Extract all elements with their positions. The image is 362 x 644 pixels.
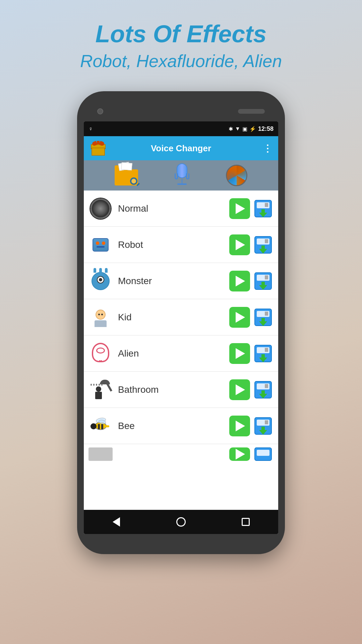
play-normal-button[interactable] bbox=[229, 198, 250, 219]
play-triangle-partial-icon bbox=[236, 449, 245, 460]
navigation-bar bbox=[84, 510, 278, 534]
play-triangle-icon bbox=[236, 384, 245, 395]
floppy-disk-icon bbox=[254, 345, 272, 362]
play-robot-button[interactable] bbox=[229, 234, 250, 255]
play-bee-button[interactable] bbox=[229, 416, 250, 436]
phone-speaker bbox=[238, 109, 265, 114]
play-triangle-icon bbox=[236, 312, 245, 323]
home-circle-icon bbox=[176, 517, 186, 527]
front-camera bbox=[97, 108, 103, 114]
status-bar: ♀ ✱ ▼ ▣ ⚡ 12:58 bbox=[84, 121, 278, 136]
bluetooth-icon: ✱ bbox=[229, 126, 233, 132]
normal-label: Normal bbox=[118, 203, 229, 214]
gift-icon bbox=[91, 141, 106, 156]
floppy-disk-icon bbox=[254, 309, 272, 326]
home-button[interactable] bbox=[171, 512, 191, 532]
play-triangle-icon bbox=[236, 348, 245, 359]
bee-label: Bee bbox=[118, 421, 229, 431]
play-bathroom-button[interactable] bbox=[229, 379, 250, 400]
menu-button[interactable]: ⋮ bbox=[263, 143, 273, 154]
save-bee-button[interactable] bbox=[253, 416, 274, 436]
microphone-button[interactable] bbox=[173, 163, 191, 187]
save-bathroom-button[interactable] bbox=[253, 379, 274, 400]
main-subtitle: Robot, Hexafluoride, Alien bbox=[80, 51, 282, 71]
wifi-icon: ▼ bbox=[235, 126, 240, 132]
header-section: Lots Of Effects Robot, Hexafluoride, Ali… bbox=[80, 20, 282, 71]
floppy-disk-icon bbox=[254, 200, 272, 217]
alien-icon bbox=[88, 341, 113, 366]
globe-icon bbox=[226, 165, 247, 186]
effect-item-bee[interactable]: Bee bbox=[84, 408, 278, 444]
recents-button[interactable] bbox=[236, 512, 256, 532]
app-bar: Voice Changer ⋮ bbox=[84, 136, 278, 160]
effect-item-bathroom[interactable]: Bathroom bbox=[84, 372, 278, 408]
effect-item-partial bbox=[84, 444, 278, 464]
signal-icon: ▣ bbox=[242, 126, 247, 132]
save-alien-button[interactable] bbox=[253, 343, 274, 364]
play-partial-button bbox=[229, 447, 250, 461]
monster-icon bbox=[88, 269, 113, 293]
save-robot-button[interactable] bbox=[253, 234, 274, 255]
status-time: 12:58 bbox=[258, 125, 274, 132]
app-logo bbox=[89, 139, 107, 157]
android-icon: ♀ bbox=[88, 125, 93, 132]
floppy-disk-icon bbox=[254, 381, 272, 398]
robot-label: Robot bbox=[118, 239, 229, 250]
play-triangle-icon bbox=[236, 276, 245, 286]
toolbar bbox=[84, 160, 278, 191]
play-alien-button[interactable] bbox=[229, 343, 250, 364]
save-monster-button[interactable] bbox=[253, 271, 274, 291]
back-arrow-icon bbox=[113, 517, 120, 527]
robot-icon bbox=[88, 233, 113, 257]
microphone-icon bbox=[173, 163, 191, 187]
bee-icon bbox=[88, 414, 113, 438]
app-title: Voice Changer bbox=[113, 143, 249, 154]
effect-item-monster[interactable]: Monster bbox=[84, 263, 278, 299]
effect-item-kid[interactable]: Kid bbox=[84, 299, 278, 335]
partial-icon bbox=[88, 447, 113, 461]
phone-screen: ♀ ✱ ▼ ▣ ⚡ 12:58 Voi bbox=[84, 121, 278, 534]
floppy-disk-partial-icon bbox=[254, 447, 272, 461]
status-right: ✱ ▼ ▣ ⚡ 12:58 bbox=[229, 125, 274, 132]
save-kid-button[interactable] bbox=[253, 307, 274, 328]
kid-label: Kid bbox=[118, 312, 229, 323]
phone-top-hardware bbox=[84, 101, 278, 121]
effect-item-robot[interactable]: Robot bbox=[84, 227, 278, 263]
kid-icon bbox=[88, 305, 113, 329]
bathroom-label: Bathroom bbox=[118, 384, 229, 395]
effect-list: Normal bbox=[84, 191, 278, 510]
status-left: ♀ bbox=[88, 125, 93, 132]
globe-button[interactable] bbox=[226, 165, 247, 186]
play-monster-button[interactable] bbox=[229, 271, 250, 291]
floppy-disk-icon bbox=[254, 236, 272, 254]
effect-item-alien[interactable]: Alien bbox=[84, 335, 278, 372]
save-normal-button[interactable] bbox=[253, 198, 274, 219]
phone-device: ♀ ✱ ▼ ▣ ⚡ 12:58 Voi bbox=[77, 91, 285, 554]
folder-icon bbox=[115, 165, 138, 185]
battery-icon: ⚡ bbox=[249, 126, 256, 132]
play-triangle-icon bbox=[236, 239, 245, 250]
play-triangle-icon bbox=[236, 421, 245, 431]
save-partial-button bbox=[253, 447, 274, 461]
back-button[interactable] bbox=[106, 512, 126, 532]
main-title: Lots Of Effects bbox=[80, 20, 282, 48]
floppy-disk-icon bbox=[254, 272, 272, 290]
folder-button[interactable] bbox=[115, 165, 138, 185]
effect-item-normal[interactable]: Normal bbox=[84, 191, 278, 227]
floppy-disk-icon bbox=[254, 417, 272, 435]
bathroom-icon bbox=[88, 378, 113, 402]
play-kid-button[interactable] bbox=[229, 307, 250, 328]
monster-label: Monster bbox=[118, 276, 229, 286]
recents-square-icon bbox=[242, 518, 250, 526]
normal-icon bbox=[88, 197, 113, 221]
play-triangle-icon bbox=[236, 203, 245, 214]
alien-label: Alien bbox=[118, 348, 229, 359]
